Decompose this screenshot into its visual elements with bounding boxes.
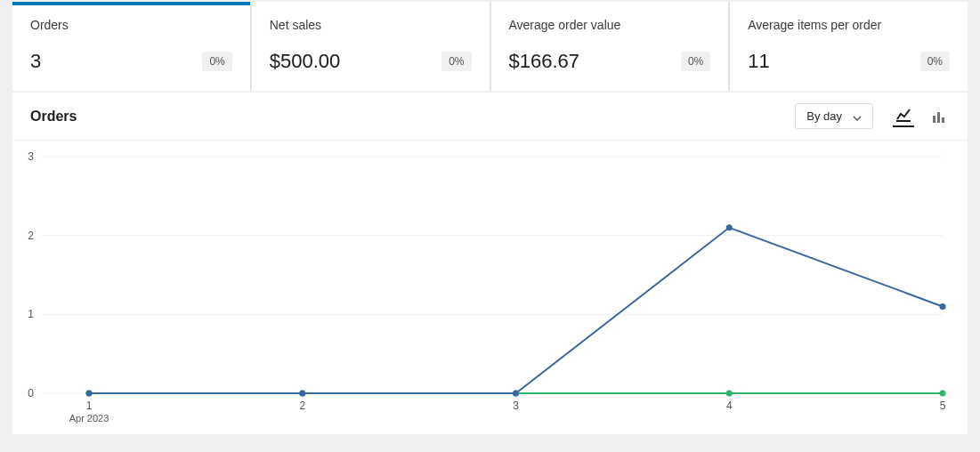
svg-text:Apr 2023: Apr 2023 — [69, 413, 109, 424]
svg-text:1: 1 — [86, 400, 93, 412]
svg-point-22 — [940, 391, 946, 397]
stat-delta: 0% — [681, 52, 710, 71]
stat-card-avg-items[interactable]: Average items per order 11 0% — [730, 2, 968, 91]
svg-point-23 — [86, 391, 93, 397]
stat-label: Orders — [30, 18, 232, 32]
chart-panel: Orders By day — [12, 93, 968, 434]
stat-card-orders[interactable]: Orders 3 0% — [12, 2, 250, 91]
chart-type-toggle — [893, 106, 950, 127]
bar-chart-icon[interactable] — [928, 106, 950, 127]
stat-value: 3 — [30, 50, 41, 73]
stat-label: Net sales — [270, 18, 472, 32]
svg-text:0: 0 — [28, 387, 34, 400]
svg-point-25 — [513, 391, 519, 397]
stat-delta: 0% — [441, 52, 471, 71]
svg-text:3: 3 — [28, 150, 34, 163]
stat-delta: 0% — [202, 52, 231, 71]
svg-text:2: 2 — [299, 400, 305, 412]
svg-text:3: 3 — [513, 400, 519, 412]
stat-delta: 0% — [920, 52, 950, 71]
svg-rect-2 — [937, 112, 940, 123]
stat-label: Average order value — [509, 18, 711, 32]
stat-value: $500.00 — [270, 50, 341, 73]
svg-rect-1 — [933, 116, 935, 123]
stat-card-net-sales[interactable]: Net sales $500.00 0% — [252, 2, 490, 91]
interval-label: By day — [806, 109, 842, 123]
svg-point-26 — [726, 224, 733, 230]
stats-summary: Orders 3 0% Net sales $500.00 0% Average… — [12, 2, 968, 91]
chart-title: Orders — [30, 109, 795, 125]
svg-rect-3 — [942, 117, 944, 123]
svg-point-21 — [726, 391, 733, 397]
svg-text:4: 4 — [726, 400, 733, 412]
stat-label: Average items per order — [748, 18, 950, 32]
stat-card-avg-order-value[interactable]: Average order value $166.67 0% — [491, 2, 729, 91]
chart-body: 012312345Apr 2023 — [12, 141, 968, 434]
interval-select[interactable]: By day — [795, 103, 873, 129]
svg-point-24 — [299, 391, 305, 397]
svg-text:2: 2 — [28, 230, 34, 242]
svg-text:1: 1 — [28, 308, 34, 320]
stat-value: $166.67 — [509, 50, 580, 73]
svg-point-27 — [940, 303, 946, 310]
line-chart-icon[interactable] — [893, 106, 914, 127]
chevron-down-icon — [853, 112, 862, 121]
orders-chart: 012312345Apr 2023 — [20, 149, 950, 425]
stat-value: 11 — [748, 50, 769, 73]
svg-text:5: 5 — [940, 400, 946, 412]
